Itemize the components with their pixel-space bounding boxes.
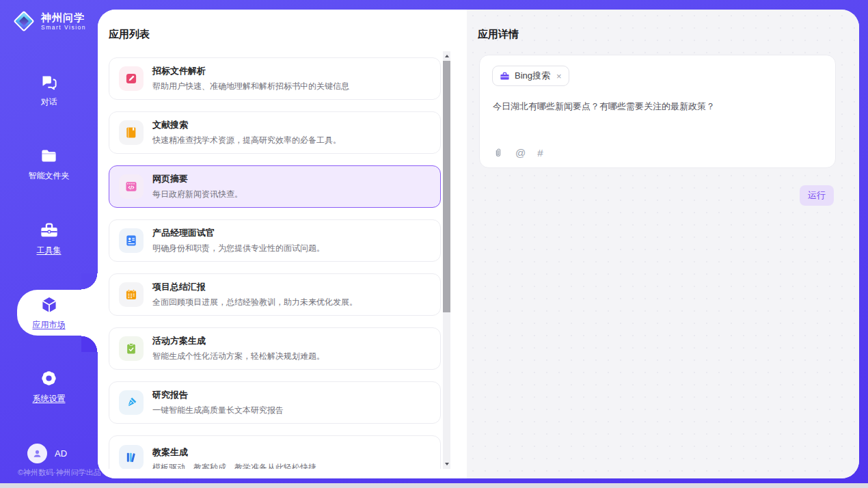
app-card-bid-parse[interactable]: 招标文件解析 帮助用户快速、准确地理解和解析招标书中的关键信息 (109, 57, 441, 100)
sidebar-item-label: 应用市场 (33, 319, 66, 331)
sidebar-item-chat[interactable]: 对话 (0, 73, 98, 108)
books-icon (119, 445, 144, 469)
prompt-text[interactable]: 今日湖北有哪些新闻要点？有哪些需要关注的最新政策？ (493, 100, 821, 113)
app-card-event-plan[interactable]: 活动方案生成 智能生成个性化活动方案，轻松解决规划难题。 (109, 327, 441, 370)
app-detail-title: 应用详情 (478, 28, 519, 41)
browser-code-icon (119, 174, 144, 199)
app-desc: 快速精准查找学术资源，提高研究效率的必备工具。 (152, 135, 341, 146)
scroll-up-arrow[interactable] (443, 51, 450, 61)
sidebar-item-app-market[interactable]: 应用市场 (0, 295, 98, 331)
brand-title: 神州问学 (41, 12, 86, 23)
app-desc: 明确身份和职责，为您提供专业性的面试问题。 (152, 243, 325, 254)
sidebar-item-label: 对话 (41, 96, 57, 108)
briefcase-icon (500, 71, 510, 81)
app-list-panel: 应用列表 招标文件解析 帮助用户快速、准确地理解和解析招标书中的关键信息 (98, 10, 467, 478)
pen-nib-icon (119, 390, 144, 415)
clipboard-check-icon (119, 336, 144, 361)
sidebar-item-label: 智能文件夹 (29, 170, 70, 182)
app-desc: 每日政府新闻资讯快查。 (152, 189, 243, 200)
book-icon (119, 120, 144, 145)
chat-icon (40, 73, 58, 92)
app-name: 招标文件解析 (152, 65, 349, 77)
scrollbar-thumb[interactable] (443, 61, 450, 312)
prompt-card: Bing搜索 × 今日湖北有哪些新闻要点？有哪些需要关注的最新政策？ @ # (479, 55, 836, 168)
app-name: 网页摘要 (152, 173, 243, 185)
app-card-research-report[interactable]: 研究报告 一键智能生成高质量长文本研究报告 (109, 381, 441, 424)
user-name: AD (55, 448, 67, 459)
app-detail-panel: 应用详情 Bing搜索 × 今日湖北有哪些新闻要点？有哪些需要关注的最新政策？ (467, 10, 859, 478)
main-content: 应用列表 招标文件解析 帮助用户快速、准确地理解和解析招标书中的关键信息 (98, 10, 859, 478)
bottom-strip (0, 483, 868, 488)
app-card-literature-search[interactable]: 文献搜索 快速精准查找学术资源，提高研究效率的必备工具。 (109, 111, 441, 154)
app-name: 文献搜索 (152, 119, 341, 131)
sidebar: 神州问学 Smart Vision 对话 智能文件夹 (0, 0, 98, 483)
app-window: 神州问学 Smart Vision 对话 智能文件夹 (0, 0, 868, 488)
app-desc: 模板驱动，教案秒成，教学准备从此轻松快捷 (152, 462, 316, 469)
attachment-icon[interactable] (493, 147, 504, 159)
toolbox-icon (40, 221, 59, 240)
sidebar-item-label: 系统设置 (33, 393, 66, 405)
app-desc: 一键智能生成高质量长文本研究报告 (152, 405, 284, 416)
app-name: 研究报告 (152, 389, 284, 401)
person-icon (31, 448, 43, 459)
composer-toolbar: @ # (493, 147, 543, 159)
app-desc: 帮助用户快速、准确地理解和解析招标书中的关键信息 (152, 81, 349, 92)
copyright-text: ©神州数码·神州问学出品 (18, 467, 101, 478)
app-name: 产品经理面试官 (152, 227, 325, 239)
tool-tag-close-icon[interactable]: × (555, 72, 562, 81)
folder-icon (40, 147, 58, 165)
app-card-pm-interviewer[interactable]: 产品经理面试官 明确身份和职责，为您提供专业性的面试问题。 (109, 219, 441, 262)
app-name: 活动方案生成 (152, 335, 325, 347)
app-desc: 智能生成个性化活动方案，轻松解决规划难题。 (152, 351, 325, 362)
sidebar-item-settings[interactable]: 系统设置 (0, 368, 98, 405)
topic-icon[interactable]: # (537, 147, 543, 159)
tool-tag-label: Bing搜索 (515, 70, 550, 82)
app-card-lesson-plan[interactable]: 教案生成 模板驱动，教案秒成，教学准备从此轻松快捷 (109, 435, 441, 469)
brand-subtitle: Smart Vision (41, 24, 86, 31)
sidebar-item-label: 工具集 (37, 245, 62, 256)
interview-doc-icon (119, 228, 144, 253)
sidebar-item-toolset[interactable]: 工具集 (0, 221, 98, 256)
app-desc: 全面回顾项目进展，总结经验教训，助力未来优化发展。 (152, 297, 357, 308)
app-list-title: 应用列表 (109, 28, 150, 41)
bubble-curve-bottom (81, 336, 98, 352)
app-list-scrollbar[interactable] (443, 51, 450, 469)
user-account[interactable]: AD (27, 444, 67, 463)
app-card-project-summary[interactable]: 项目总结汇报 全面回顾项目进展，总结经验教训，助力未来优化发展。 (109, 273, 441, 316)
gear-icon (39, 368, 59, 388)
brand-logo: 神州问学 Smart Vision (12, 10, 86, 33)
bubble-curve-top (81, 273, 98, 290)
scroll-down-arrow[interactable] (443, 459, 450, 469)
tool-tag-bing-search[interactable]: Bing搜索 × (492, 66, 569, 86)
mention-icon[interactable]: @ (515, 147, 526, 159)
app-name: 教案生成 (152, 446, 316, 459)
calendar-icon (119, 282, 144, 307)
app-card-web-summary[interactable]: 网页摘要 每日政府新闻资讯快查。 (109, 165, 441, 208)
brand-diamond-icon (12, 10, 36, 33)
sidebar-item-smart-folder[interactable]: 智能文件夹 (0, 147, 98, 182)
pen-square-icon (119, 66, 144, 91)
run-button[interactable]: 运行 (800, 185, 834, 206)
avatar (27, 444, 47, 463)
app-list-scroll-area: 招标文件解析 帮助用户快速、准确地理解和解析招标书中的关键信息 文献搜索 (109, 51, 441, 469)
cube-icon (40, 295, 59, 314)
app-name: 项目总结汇报 (152, 281, 357, 293)
